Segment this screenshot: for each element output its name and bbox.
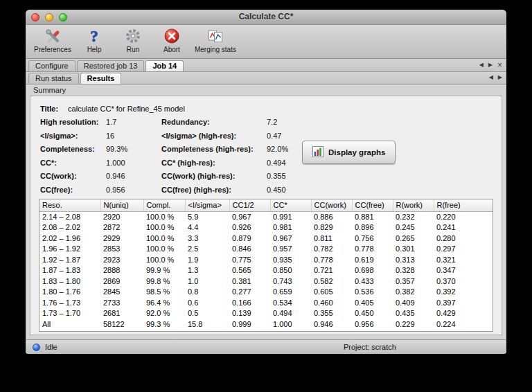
table-cell: 0.886 [311, 211, 352, 222]
toolbar-button-label: Abort [163, 46, 180, 53]
toolbar-button-abort[interactable]: Abort [156, 27, 188, 53]
statusbar: Idle Project: scratch [26, 339, 506, 354]
toolbar-button-help[interactable]: ?Help [78, 27, 110, 53]
summary-value: 1.000 [106, 159, 161, 167]
table-cell: 1.9 [185, 255, 229, 266]
table-cell: 2923 [100, 255, 143, 266]
table-row[interactable]: All5812299.3 %15.80.9991.0000.9460.9560.… [39, 319, 493, 330]
table-row[interactable]: 1.76 – 1.73273396.4 %0.60.1660.5340.4600… [39, 298, 493, 309]
tab-configure[interactable]: Configure [28, 60, 76, 71]
table-cell: 0.245 [393, 222, 434, 233]
table-cell: 0.956 [352, 319, 393, 330]
column-header-n-uniq[interactable]: N(uniq) [100, 199, 143, 211]
summary-label-highres: Redundancy: [161, 118, 267, 126]
table-cell: 0.220 [434, 211, 493, 222]
tab-scroll-left-icon[interactable]: ◀ [479, 62, 484, 69]
table-cell: 5.9 [185, 211, 229, 222]
table-row[interactable]: 1.96 – 1.922853100.0 %2.50.8460.9570.782… [39, 244, 493, 255]
table-cell: 0.659 [270, 287, 311, 298]
results-table-container[interactable]: Reso.N(uniq)Compl.<I/sigma>CC1/2CC*CC(wo… [39, 199, 493, 332]
close-window-button[interactable] [31, 13, 39, 21]
summary-title-label: Title: [40, 105, 58, 113]
summary-row: CC(free):0.956CC(free) (high-res):0.450 [40, 183, 502, 197]
table-cell: 2888 [100, 265, 143, 276]
table-cell: 2869 [100, 276, 143, 287]
tab-scroll-left-icon[interactable]: ◀ [489, 74, 493, 81]
results-table-body: 2.14 – 2.082920100.0 %5.90.9670.9910.886… [39, 211, 493, 330]
table-cell: 96.4 % [143, 298, 185, 309]
table-cell: 0.967 [229, 211, 270, 222]
table-cell: 2.5 [185, 244, 229, 255]
column-header-r-free[interactable]: R(free) [434, 199, 493, 211]
column-header-i-sigma[interactable]: <I/sigma> [185, 199, 229, 211]
table-row[interactable]: 1.87 – 1.83288899.9 %1.30.5650.8500.7210… [39, 265, 493, 276]
titlebar[interactable]: Calculate CC* [26, 10, 506, 25]
summary-label-highres: CC(work) (high-res): [161, 172, 267, 180]
table-cell: 0.232 [393, 211, 434, 222]
column-header-compl[interactable]: Compl. [143, 199, 185, 211]
table-cell: 0.321 [434, 255, 493, 266]
table-cell: 1.76 – 1.73 [39, 298, 100, 309]
table-cell: 1.3 [185, 265, 229, 276]
tab-results[interactable]: Results [80, 73, 122, 84]
column-header-reso[interactable]: Reso. [39, 199, 100, 211]
column-header-r-work[interactable]: R(work) [393, 199, 434, 211]
table-cell: 0.265 [393, 233, 434, 244]
table-row[interactable]: 1.92 – 1.872923100.0 %1.90.7750.9350.778… [39, 255, 493, 266]
column-header-cc[interactable]: CC* [270, 199, 311, 211]
summary-row: CC(work):0.946CC(work) (high-res):0.355 [40, 170, 502, 184]
table-cell: 0.534 [270, 298, 311, 309]
zoom-window-button[interactable] [59, 13, 67, 21]
table-cell: 2872 [100, 222, 143, 233]
summary-caption: Summary [26, 84, 506, 96]
svg-text:?: ? [90, 28, 98, 44]
table-cell: 0.241 [434, 222, 493, 233]
table-cell: 0.536 [352, 287, 393, 298]
column-header-cc1-2[interactable]: CC1/2 [229, 199, 270, 211]
summary-title-value: calculate CC* for Refine_45 model [68, 105, 185, 113]
column-header-cc-work[interactable]: CC(work) [311, 199, 352, 211]
tab-restored-job-13[interactable]: Restored job 13 [77, 60, 145, 71]
results-panel: Title: calculate CC* for Refine_45 model… [30, 96, 502, 335]
table-row[interactable]: 2.02 – 1.962929100.0 %3.30.8790.9670.811… [39, 233, 493, 244]
toolbar-button-preferences[interactable]: Preferences [34, 27, 71, 53]
tab-label: Configure [35, 62, 69, 70]
tab-close-icon[interactable]: × [497, 62, 502, 69]
table-row[interactable]: 2.14 – 2.082920100.0 %5.90.9670.9910.886… [39, 211, 493, 222]
table-cell: 1.0 [185, 276, 229, 287]
minimize-window-button[interactable] [45, 13, 53, 21]
tab-job-14[interactable]: Job 14 [145, 60, 184, 71]
tab-scroll-right-icon[interactable]: ▶ [488, 62, 493, 69]
table-row[interactable]: 2.08 – 2.022872100.0 %4.40.9260.9810.829… [39, 222, 493, 233]
table-row[interactable]: 1.80 – 1.76284598.5 %0.80.2770.6590.6050… [39, 287, 493, 298]
table-cell: 0.277 [229, 287, 270, 298]
table-cell: 2.02 – 1.96 [39, 233, 100, 244]
job-tabbar: ConfigureRestored job 13Job 14 ◀ ▶ × [26, 59, 506, 72]
table-cell: 0.347 [434, 265, 493, 276]
table-cell: 1.80 – 1.76 [39, 287, 100, 298]
tab-scroll-right-icon[interactable]: ▶ [498, 74, 502, 81]
summary-label-highres: <I/sigma> (high-res): [161, 132, 267, 140]
result-tab-strip: Run statusResults [28, 73, 123, 84]
table-cell: 0.370 [434, 276, 493, 287]
summary-value-highres: 92.0% [267, 145, 288, 153]
tab-run-status[interactable]: Run status [28, 73, 79, 84]
job-tab-controls: ◀ ▶ × [479, 62, 502, 71]
table-cell: 0.896 [352, 222, 393, 233]
table-row[interactable]: 1.73 – 1.70268192.0 %0.50.1390.4940.3550… [39, 308, 493, 319]
table-cell: 15.8 [185, 319, 229, 330]
job-tab-strip: ConfigureRestored job 13Job 14 [28, 60, 185, 71]
display-graphs-button[interactable]: Display graphs [302, 141, 396, 164]
toolbar-button-label: Help [87, 46, 102, 53]
status-text: Idle [45, 343, 57, 351]
toolbar-button-run[interactable]: Run [117, 27, 149, 53]
table-cell: 0.721 [311, 265, 352, 276]
table-cell: All [39, 319, 100, 330]
table-cell: 0.460 [311, 298, 352, 309]
table-cell: 0.991 [270, 211, 311, 222]
table-row[interactable]: 1.83 – 1.80286999.8 %1.00.3810.7430.5820… [39, 276, 493, 287]
table-cell: 0.433 [352, 276, 393, 287]
toolbar-button-merging-stats[interactable]: Merging stats [195, 27, 236, 53]
summary-value: 1.7 [106, 118, 161, 126]
column-header-cc-free[interactable]: CC(free) [352, 199, 393, 211]
